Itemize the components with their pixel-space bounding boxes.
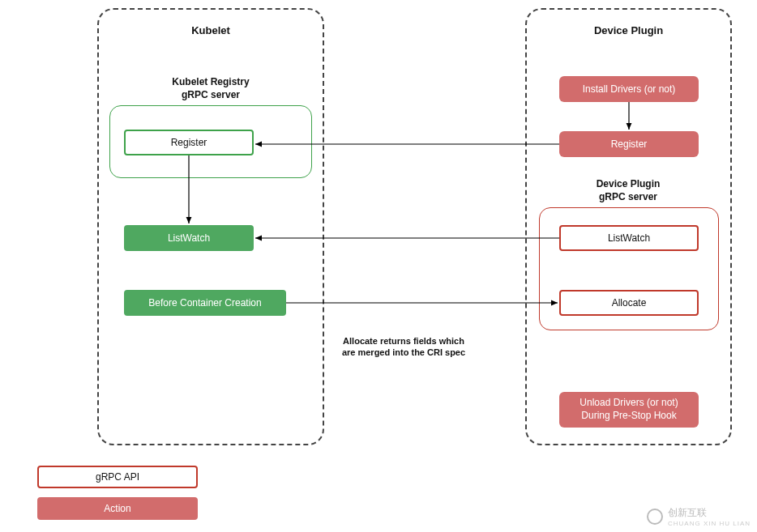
kubelet-listwatch-action: ListWatch <box>124 225 254 251</box>
unload-drivers-action: Unload Drivers (or not) During Pre-Stop … <box>559 392 699 428</box>
device-plugin-allocate-api: Allocate <box>559 290 699 316</box>
legend-grpc-api: gRPC API <box>37 466 198 488</box>
watermark-brand: 创新互联 <box>668 507 707 518</box>
kubelet-before-container-action: Before Container Creation <box>124 290 286 316</box>
watermark: 创新互联 CHUANG XIN HU LIAN <box>647 506 751 527</box>
kubelet-register-api: Register <box>124 130 254 155</box>
device-plugin-server-title: Device Plugin gRPC server <box>543 178 713 203</box>
legend-action: Action <box>37 497 198 520</box>
device-plugin-listwatch-api: ListWatch <box>559 225 699 251</box>
allocate-annotation: Allocate returns fields which are merged… <box>319 335 489 359</box>
watermark-sub: CHUANG XIN HU LIAN <box>668 520 751 527</box>
device-plugin-register-action: Register <box>559 131 699 157</box>
kubelet-title: Kubelet <box>97 24 324 36</box>
watermark-logo-icon <box>647 509 663 525</box>
install-drivers-action: Install Drivers (or not) <box>559 76 699 102</box>
device-plugin-title: Device Plugin <box>525 24 732 36</box>
kubelet-registry-title: Kubelet Registry gRPC server <box>118 76 304 101</box>
